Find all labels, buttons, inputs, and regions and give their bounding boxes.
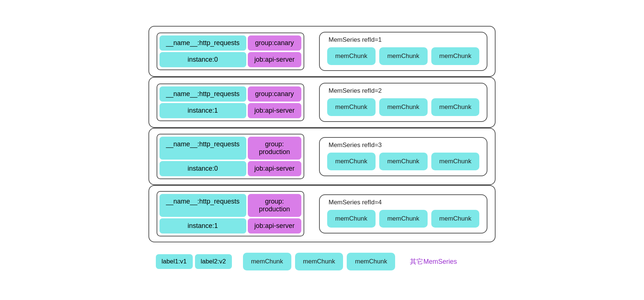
label-grid-4: __name__:http_requestsgroup: productioni… bbox=[157, 191, 304, 236]
series-row-3: __name__:http_requestsgroup: productioni… bbox=[148, 128, 496, 185]
memchunks-row-2: memChunkmemChunkmemChunk bbox=[327, 98, 480, 116]
label-grid-2: __name__:http_requestsgroup:canaryinstan… bbox=[157, 83, 304, 121]
label-cell-2-0: __name__:http_requests bbox=[160, 86, 246, 102]
memchunk-2-2: memChunk bbox=[431, 98, 480, 116]
last-row-label-0: label1:v1 bbox=[156, 254, 193, 269]
memchunk-1-1: memChunk bbox=[379, 47, 428, 65]
label-cell-2-3: job:api-server bbox=[248, 103, 301, 118]
label-cell-3-0: __name__:http_requests bbox=[160, 137, 246, 160]
memseries-box-3: MemSeries refId=3memChunkmemChunkmemChun… bbox=[319, 137, 488, 176]
memchunks-row-3: memChunkmemChunkmemChunk bbox=[327, 153, 480, 170]
main-diagram: __name__:http_requestsgroup:canaryinstan… bbox=[148, 26, 496, 274]
series-row-1: __name__:http_requestsgroup:canaryinstan… bbox=[148, 26, 496, 77]
memchunk-4-1: memChunk bbox=[379, 210, 428, 228]
memchunk-3-1: memChunk bbox=[379, 153, 428, 170]
memseries-box-1: MemSeries refId=1memChunkmemChunkmemChun… bbox=[319, 32, 488, 71]
last-row-memchunk-0: memChunk bbox=[243, 253, 291, 270]
memchunk-4-0: memChunk bbox=[327, 210, 376, 228]
memseries-box-2: MemSeries refId=2memChunkmemChunkmemChun… bbox=[319, 83, 488, 122]
label-cell-3-3: job:api-server bbox=[248, 161, 301, 176]
last-row-labels: label1:v1label2:v2 bbox=[156, 254, 232, 269]
label-cell-4-2: instance:1 bbox=[160, 218, 246, 233]
label-cell-1-2: instance:0 bbox=[160, 52, 246, 67]
label-cell-2-2: instance:1 bbox=[160, 103, 246, 118]
last-row-memchunks: memChunkmemChunkmemChunk bbox=[243, 253, 395, 270]
label-grid-1: __name__:http_requestsgroup:canaryinstan… bbox=[157, 33, 304, 70]
label-cell-2-1: group:canary bbox=[248, 86, 301, 102]
last-row-memchunk-2: memChunk bbox=[347, 253, 395, 270]
memchunks-row-1: memChunkmemChunkmemChunk bbox=[327, 47, 480, 65]
memchunk-3-2: memChunk bbox=[431, 153, 480, 170]
last-row-label-1: label2:v2 bbox=[195, 254, 232, 269]
series-row-4: __name__:http_requestsgroup: productioni… bbox=[148, 185, 496, 242]
memseries-label-3: MemSeries refId=3 bbox=[327, 142, 382, 149]
label-cell-3-1: group: production bbox=[248, 137, 301, 160]
other-memseries-label: 其它MemSeries bbox=[410, 257, 457, 266]
memseries-box-4: MemSeries refId=4memChunkmemChunkmemChun… bbox=[319, 194, 488, 233]
memchunks-row-4: memChunkmemChunkmemChunk bbox=[327, 210, 480, 228]
memseries-label-1: MemSeries refId=1 bbox=[327, 36, 382, 44]
memchunk-1-0: memChunk bbox=[327, 47, 376, 65]
label-cell-4-3: job:api-server bbox=[248, 218, 301, 233]
label-cell-1-1: group:canary bbox=[248, 35, 301, 51]
last-row-memchunk-1: memChunk bbox=[295, 253, 343, 270]
memchunk-4-2: memChunk bbox=[431, 210, 480, 228]
memchunk-2-0: memChunk bbox=[327, 98, 376, 116]
memseries-label-2: MemSeries refId=2 bbox=[327, 87, 382, 95]
label-cell-4-1: group: production bbox=[248, 194, 301, 217]
last-row: label1:v1label2:v2 memChunkmemChunkmemCh… bbox=[148, 249, 481, 274]
label-cell-4-0: __name__:http_requests bbox=[160, 194, 246, 217]
label-grid-3: __name__:http_requestsgroup: productioni… bbox=[157, 134, 304, 179]
label-cell-3-2: instance:0 bbox=[160, 161, 246, 176]
label-cell-1-3: job:api-server bbox=[248, 52, 301, 67]
memseries-label-4: MemSeries refId=4 bbox=[327, 199, 382, 206]
memchunk-3-0: memChunk bbox=[327, 153, 376, 170]
memchunk-2-1: memChunk bbox=[379, 98, 428, 116]
series-row-2: __name__:http_requestsgroup:canaryinstan… bbox=[148, 77, 496, 128]
memchunk-1-2: memChunk bbox=[431, 47, 480, 65]
label-cell-1-0: __name__:http_requests bbox=[160, 35, 246, 51]
